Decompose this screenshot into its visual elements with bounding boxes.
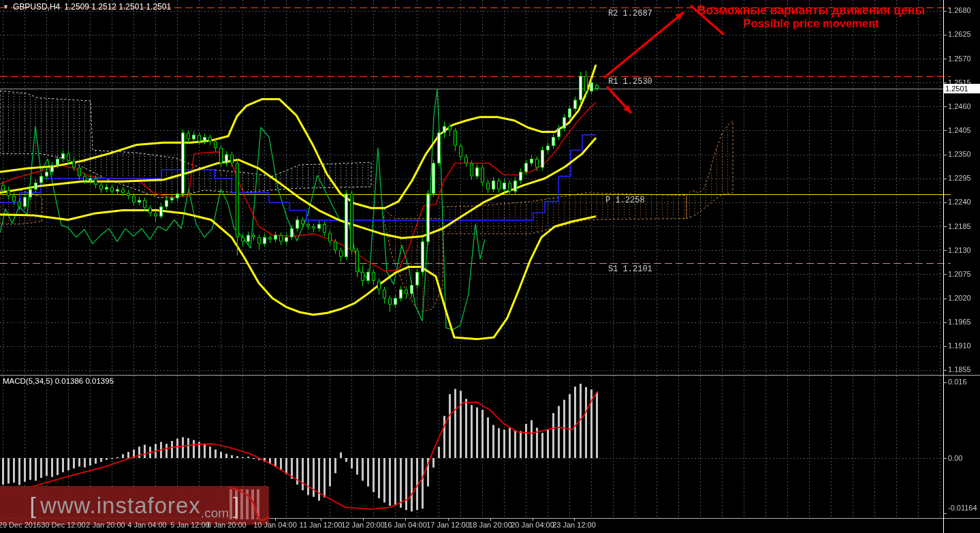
pivot-label-s1: S1 1.2101 [608,264,652,274]
price-tick-label: 1.2020 [948,294,971,302]
price-tick-label: 1.2460 [948,102,971,110]
pivot-label-p: P 1.2258 [605,196,645,205]
chart-canvas[interactable] [0,0,980,533]
price-tick-label: 1.2075 [948,270,971,278]
price-tick-label: 1.2295 [948,174,971,182]
price-tick-label: 1.2405 [948,126,971,134]
chevron-down-icon[interactable]: ▼ [3,3,9,10]
price-tick-label: 1.1910 [948,341,971,350]
symbol-period-label: GBPUSD,H4 [13,2,60,12]
price-tick-label: 1.2625 [948,30,971,38]
price-tick-label: 1.1855 [948,365,971,374]
price-tick-label: 1.2240 [948,198,971,206]
annotation-line-en: Possible price movement [680,17,943,30]
watermark-bracket-left: [ [29,492,35,519]
pivot-label-r2: R2 1.2687 [608,9,652,18]
watermark-domain: www.instaforex [40,493,201,519]
price-movement-annotation: Возможные варианты движения цены Possibl… [680,3,943,30]
broker-watermark: [ www.instaforex .com ] [0,486,269,525]
macd-tick-label: -0.01164 [948,504,977,512]
macd-indicator-label: MACD(5,34,5) 0.01386 0.01395 [3,377,114,385]
chart-window: ▼ GBPUSD,H4 1.2509 1.2512 1.2501 1.2501 … [0,0,980,533]
price-tick-label: 1.2350 [948,150,971,158]
pivot-label-r1: R1 1.2530 [608,77,652,87]
ohlc-quotes: 1.2509 1.2512 1.2501 1.2501 [64,2,171,12]
price-tick-label: 1.2680 [948,6,971,14]
macd-tick-label: 0.00 [948,454,962,462]
price-tick-label: 1.2570 [948,55,971,63]
annotation-line-ru: Возможные варианты движения цены [680,3,943,17]
price-tick-label: 1.2130 [948,246,971,254]
price-tick-label: 1.1965 [948,318,971,326]
symbol-title: ▼ GBPUSD,H4 1.2509 1.2512 1.2501 1.2501 [3,2,171,12]
macd-tick-label: 0.016 [948,378,967,386]
price-tick-label: 1.2185 [948,222,971,230]
current-price-tag: 1.2501 [944,84,980,93]
time-tick-label: 23 Jan 12:00 [543,521,605,529]
watermark-swoosh-decoration [187,486,269,525]
